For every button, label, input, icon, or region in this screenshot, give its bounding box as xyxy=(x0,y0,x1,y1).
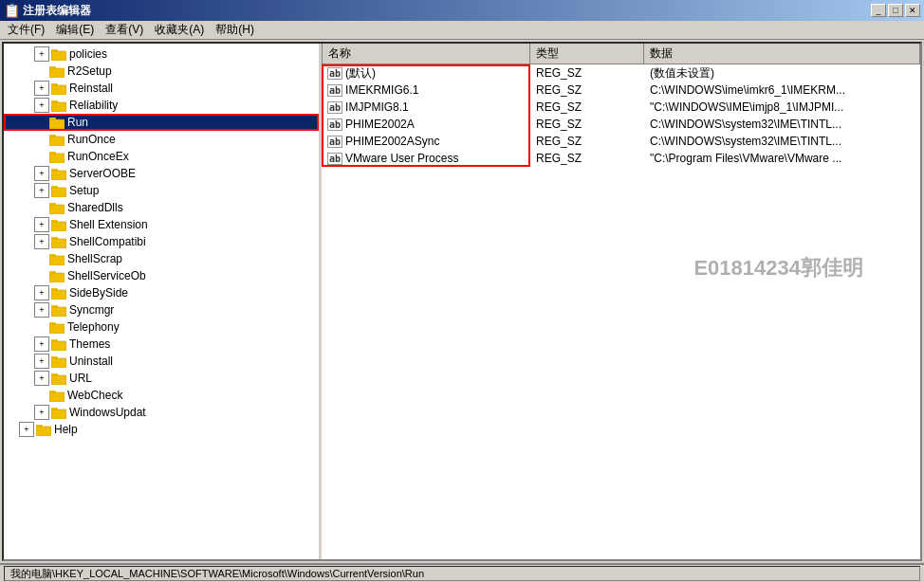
table-row[interactable]: ab PHIME2002ASync REG_SZ C:\WINDOWS\syst… xyxy=(322,133,920,150)
svg-rect-3 xyxy=(49,68,65,78)
maximize-button[interactable]: □ xyxy=(888,4,903,17)
expand-icon-url[interactable]: + xyxy=(34,371,49,386)
tree-item-sidebyside[interactable]: + SideBySide xyxy=(4,284,319,301)
row-data-vmware: "C:\Program Files\VMware\VMware ... xyxy=(644,152,920,165)
tree-label-shellscrap: ShellScrap xyxy=(67,252,122,265)
folder-icon-uninstall xyxy=(51,355,66,368)
menu-file[interactable]: 文件(F) xyxy=(2,20,50,40)
row-data-default: (数值未设置) xyxy=(644,65,920,82)
svg-rect-28 xyxy=(49,203,56,206)
expand-icon-uninstall[interactable]: + xyxy=(34,354,49,369)
folder-icon-run xyxy=(49,116,65,129)
menu-view[interactable]: 查看(V) xyxy=(100,20,149,40)
table-row[interactable]: ab (默认) REG_SZ (数值未设置) xyxy=(322,64,920,82)
tree-item-shellserviceob[interactable]: ShellServiceOb xyxy=(4,267,319,284)
folder-icon-r2setup xyxy=(49,64,65,78)
tree-label-themes: Themes xyxy=(69,337,110,351)
tree-pane[interactable]: + policies R2Setup + xyxy=(4,44,322,559)
expand-icon-setup[interactable]: + xyxy=(34,183,49,198)
reg-icon: ab xyxy=(327,84,342,97)
expand-icon-reliability[interactable]: + xyxy=(34,98,49,113)
menu-bar: 文件(F) 编辑(E) 查看(V) 收藏夹(A) 帮助(H) xyxy=(0,21,924,40)
reg-icon: ab xyxy=(327,118,342,131)
menu-help[interactable]: 帮助(H) xyxy=(210,20,260,40)
expand-icon-windowsupdate[interactable]: + xyxy=(34,405,49,420)
tree-item-policies[interactable]: + policies xyxy=(4,45,319,63)
close-button[interactable]: ✕ xyxy=(905,4,920,17)
tree-item-uninstall[interactable]: + Uninstall xyxy=(4,353,319,370)
expand-icon-sidebyside[interactable]: + xyxy=(34,285,49,300)
expand-icon-serveroobe[interactable]: + xyxy=(34,166,49,181)
expand-icon-shellcompatibi[interactable]: + xyxy=(34,234,49,249)
detail-rows[interactable]: ab (默认) REG_SZ (数值未设置) ab IMEKRMIG6.1 RE… xyxy=(322,64,920,559)
expand-icon-policies[interactable]: + xyxy=(34,46,49,62)
tree-item-help[interactable]: + Help xyxy=(4,421,319,438)
tree-item-windowsupdate[interactable]: + WindowsUpdat xyxy=(4,404,319,421)
tree-item-shellcompatibi[interactable]: + ShellCompatibi xyxy=(4,233,319,250)
tree-label-url: URL xyxy=(69,372,92,385)
app-icon: 📋 xyxy=(4,3,19,18)
expand-icon-themes[interactable]: + xyxy=(34,336,49,352)
svg-rect-31 xyxy=(51,220,58,223)
tree-item-runonceex[interactable]: RunOnceEx xyxy=(4,148,319,165)
expand-icon-reinstall[interactable]: + xyxy=(34,81,49,96)
tree-item-reinstall[interactable]: + Reinstall xyxy=(4,80,319,97)
tree-item-reliability[interactable]: + Reliability xyxy=(4,97,319,114)
window-title: 注册表编辑器 xyxy=(23,3,867,19)
folder-icon-shellscrap xyxy=(49,252,65,265)
svg-rect-30 xyxy=(51,222,66,231)
tree-item-themes[interactable]: + Themes xyxy=(4,336,319,353)
detail-header: 名称 类型 数据 xyxy=(322,44,920,64)
svg-rect-15 xyxy=(49,136,65,146)
reg-icon: ab xyxy=(327,136,342,148)
table-row[interactable]: ab VMware User Process REG_SZ "C:\Progra… xyxy=(322,150,920,167)
tree-item-webcheck[interactable]: WebCheck xyxy=(4,387,319,404)
tree-item-run[interactable]: Run xyxy=(4,114,319,131)
tree-label-syncmgr: Syncmgr xyxy=(69,303,114,317)
reg-icon: ab xyxy=(327,67,342,80)
col-header-type: 类型 xyxy=(530,44,644,64)
svg-rect-25 xyxy=(51,186,58,189)
svg-rect-60 xyxy=(49,392,65,402)
svg-rect-67 xyxy=(36,425,43,427)
table-row[interactable]: ab IMEKRMIG6.1 REG_SZ C:\WINDOWS\ime\imk… xyxy=(322,82,920,99)
tree-item-shareddlls[interactable]: SharedDlls xyxy=(4,199,319,216)
tree-item-serveroobe[interactable]: + ServerOOBE xyxy=(4,165,319,182)
tree-item-telephony[interactable]: Telephony xyxy=(4,318,319,336)
svg-rect-33 xyxy=(51,239,66,248)
row-type-vmware: REG_SZ xyxy=(530,152,644,165)
table-row[interactable]: ab PHIME2002A REG_SZ C:\WINDOWS\system32… xyxy=(322,116,920,133)
row-type-default: REG_SZ xyxy=(530,66,644,80)
folder-icon-policies xyxy=(51,47,66,61)
row-data-imekrmig: C:\WINDOWS\ime\imkr6_1\IMEKRM... xyxy=(644,83,920,97)
tree-label-reliability: Reliability xyxy=(69,99,118,112)
row-data-phime2002a: C:\WINDOWS\system32\IME\TINTL... xyxy=(644,118,920,131)
tree-label-shareddlls: SharedDlls xyxy=(67,201,123,214)
tree-item-r2setup[interactable]: R2Setup xyxy=(4,63,319,80)
folder-icon-url xyxy=(51,372,66,385)
expand-icon-shellextension[interactable]: + xyxy=(34,217,49,232)
svg-rect-43 xyxy=(51,288,58,291)
watermark: E01814234郭佳明 xyxy=(693,254,863,282)
table-row[interactable]: ab IMJPMIG8.1 REG_SZ "C:\WINDOWS\IME\imj… xyxy=(322,99,920,116)
svg-rect-34 xyxy=(51,237,58,240)
tree-item-shellextension[interactable]: + Shell Extension xyxy=(4,216,319,233)
status-bar: 我的电脑\HKEY_LOCAL_MACHINE\SOFTWARE\Microso… xyxy=(0,563,924,582)
row-name-default: ab (默认) xyxy=(322,65,530,82)
svg-rect-13 xyxy=(49,118,56,120)
svg-rect-46 xyxy=(51,305,58,308)
tree-label-runonceex: RunOnceEx xyxy=(67,150,129,163)
svg-rect-18 xyxy=(49,154,65,163)
folder-icon-setup xyxy=(51,184,66,197)
tree-label-setup: Setup xyxy=(69,184,99,197)
tree-item-setup[interactable]: + Setup xyxy=(4,182,319,199)
expand-icon-help[interactable]: + xyxy=(19,422,34,437)
tree-item-url[interactable]: + URL xyxy=(4,370,319,387)
tree-item-runonce[interactable]: RunOnce xyxy=(4,131,319,148)
menu-favorites[interactable]: 收藏夹(A) xyxy=(149,20,210,40)
tree-item-shellscrap[interactable]: ShellScrap xyxy=(4,250,319,267)
minimize-button[interactable]: _ xyxy=(871,4,886,17)
tree-item-syncmgr[interactable]: + Syncmgr xyxy=(4,301,319,318)
menu-edit[interactable]: 编辑(E) xyxy=(50,20,100,40)
expand-icon-syncmgr[interactable]: + xyxy=(34,302,49,318)
